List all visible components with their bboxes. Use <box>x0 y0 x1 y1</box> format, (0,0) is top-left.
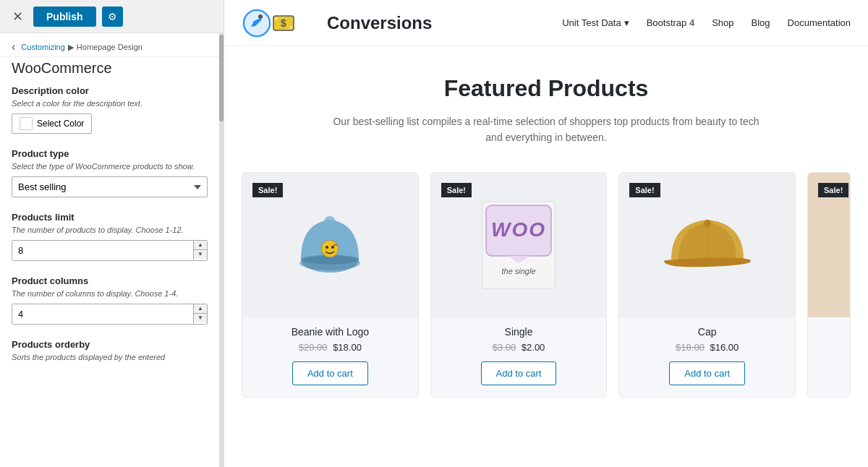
price-new-single: $2.00 <box>522 342 545 353</box>
svg-point-13 <box>324 216 336 228</box>
breadcrumb-current: Homepage Design <box>77 43 142 51</box>
customizer-panel: ✕ Publish ⚙ ‹ Customizing ▶ Homepage Des… <box>0 0 224 467</box>
product-card-single: Sale! WOO the single Single <box>430 172 608 398</box>
nav-unit-test-data-label: Unit Test Data <box>562 17 621 28</box>
product-columns-down[interactable]: ▼ <box>194 314 207 322</box>
product-type-label: Product type <box>12 148 208 159</box>
sale-badge-beanie: Sale! <box>252 183 283 197</box>
select-color-label: Select Color <box>37 119 84 129</box>
product-columns-control: ▲ ▼ <box>12 304 208 325</box>
sale-badge-single: Sale! <box>441 183 472 197</box>
products-limit-desc: The number of products to display. Choos… <box>12 226 208 234</box>
customizer-topbar: ✕ Publish ⚙ <box>0 0 224 33</box>
product-card-partial: Sale! <box>807 172 851 398</box>
svg-text:the single: the single <box>501 267 535 275</box>
site-preview: $ Conversions Unit Test Data ▾ Bootstrap… <box>224 0 868 467</box>
add-to-cart-cap[interactable]: Add to cart <box>669 361 745 385</box>
money-icon: $ <box>272 12 295 35</box>
breadcrumb: Customizing ▶ Homepage Design <box>21 43 142 52</box>
products-limit-spinner: ▲ ▼ <box>193 241 207 260</box>
site-nav: Unit Test Data ▾ Bootstrap 4 Shop Blog D… <box>562 17 851 28</box>
publish-button[interactable]: Publish <box>33 7 96 27</box>
products-limit-control: ▲ ▼ <box>12 240 208 261</box>
nav-documentation[interactable]: Documentation <box>788 17 851 28</box>
product-columns-section: Product columns The number of columns to… <box>12 275 208 325</box>
svg-point-11 <box>326 246 328 249</box>
panel-title: WooCommerce <box>0 57 224 85</box>
cap-image <box>657 202 758 288</box>
scrollbar-thumb <box>219 35 224 121</box>
site-header: $ Conversions Unit Test Data ▾ Bootstrap… <box>224 0 868 46</box>
settings-button[interactable]: ⚙ <box>102 7 123 27</box>
svg-text:$: $ <box>281 17 286 29</box>
product-columns-up[interactable]: ▲ <box>194 304 207 314</box>
products-limit-down[interactable]: ▼ <box>194 250 207 259</box>
product-card-cap: Sale! <box>618 172 796 398</box>
product-card-beanie: Sale! <box>242 172 419 398</box>
nav-shop[interactable]: Shop <box>712 17 733 28</box>
nav-bootstrap4[interactable]: Bootstrap 4 <box>647 17 695 28</box>
product-name-cap: Cap <box>619 326 795 338</box>
svg-point-10 <box>321 240 339 257</box>
svg-point-2 <box>258 14 263 19</box>
sale-badge-cap: Sale! <box>629 183 660 197</box>
price-new-beanie: $18.00 <box>333 342 362 353</box>
product-type-section: Product type Select the type of WooComme… <box>12 148 208 197</box>
product-columns-desc: The number of columns to display. Choose… <box>12 289 208 298</box>
description-color-desc: Select a color for the description text. <box>12 99 208 108</box>
products-limit-up[interactable]: ▲ <box>194 241 207 250</box>
price-old-single: $3.00 <box>493 342 516 353</box>
nav-unit-test-data[interactable]: Unit Test Data ▾ <box>562 17 629 28</box>
close-button[interactable]: ✕ <box>7 7 27 27</box>
breadcrumb-separator: ▶ <box>68 43 74 52</box>
scrollbar[interactable] <box>219 33 224 467</box>
beanie-image <box>286 194 373 296</box>
products-orderby-desc: Sorts the products displayed by the ente… <box>12 353 208 361</box>
products-orderby-section: Products orderby Sorts the products disp… <box>12 339 208 361</box>
panel-content: Description color Select a color for the… <box>0 85 224 467</box>
product-price-beanie: $20.00 $18.00 <box>242 342 418 353</box>
product-columns-spinner: ▲ ▼ <box>193 304 207 324</box>
product-name-beanie: Beanie with Logo <box>242 326 418 338</box>
products-limit-label: Products limit <box>12 212 208 223</box>
product-columns-input[interactable] <box>12 304 193 324</box>
add-to-cart-single[interactable]: Add to cart <box>481 361 557 385</box>
product-type-select[interactable]: Best selling Featured Recent Sale <box>12 176 208 197</box>
breadcrumb-area: ‹ Customizing ▶ Homepage Design <box>0 33 224 57</box>
featured-products-title: Featured Products <box>242 75 851 102</box>
site-logo: $ <box>242 8 298 38</box>
product-columns-label: Product columns <box>12 275 208 286</box>
woo-image: WOO the single <box>472 194 566 296</box>
price-new-cap: $16.00 <box>710 342 739 353</box>
price-old-beanie: $20.00 <box>299 342 328 353</box>
svg-point-6 <box>275 17 278 20</box>
product-price-cap: $18.00 $16.00 <box>619 342 795 353</box>
product-type-desc: Select the type of WooCommerce products … <box>12 162 208 171</box>
featured-products-desc: Our best-selling list compiles a real-ti… <box>329 113 763 146</box>
site-content: Featured Products Our best-selling list … <box>224 46 868 467</box>
products-limit-input[interactable] <box>12 241 193 260</box>
price-old-cap: $18.00 <box>676 342 705 353</box>
back-button[interactable]: ‹ <box>12 40 15 53</box>
product-price-single: $3.00 $2.00 <box>431 342 607 353</box>
description-color-label: Description color <box>12 85 208 96</box>
breadcrumb-parent[interactable]: Customizing <box>21 43 65 51</box>
logo-icon <box>242 8 272 38</box>
add-to-cart-beanie[interactable]: Add to cart <box>292 361 368 385</box>
description-color-section: Description color Select a color for the… <box>12 85 208 134</box>
products-grid: Sale! <box>242 172 851 398</box>
products-limit-section: Products limit The number of products to… <box>12 212 208 261</box>
site-name: Conversions <box>327 13 432 33</box>
product-name-single: Single <box>431 326 607 338</box>
products-orderby-label: Products orderby <box>12 339 208 350</box>
svg-point-7 <box>289 26 292 29</box>
nav-dropdown-icon: ▾ <box>624 17 629 28</box>
svg-point-9 <box>299 256 360 270</box>
select-color-button[interactable]: Select Color <box>12 113 92 134</box>
svg-text:WOO: WOO <box>491 218 546 241</box>
nav-blog[interactable]: Blog <box>752 17 770 28</box>
sale-badge-partial: Sale! <box>818 183 848 197</box>
color-swatch <box>20 117 33 130</box>
